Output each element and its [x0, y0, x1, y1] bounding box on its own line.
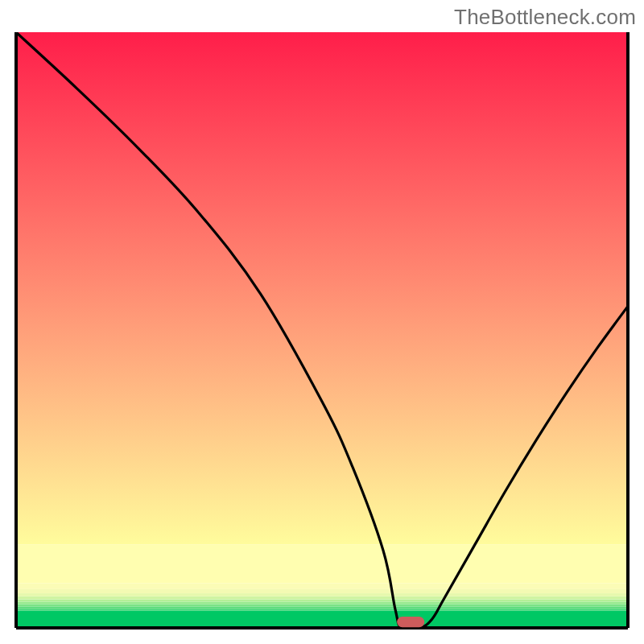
chart-background	[16, 32, 628, 628]
svg-rect-7	[16, 597, 628, 600]
svg-rect-9	[16, 589, 628, 593]
svg-rect-3	[16, 606, 628, 609]
svg-rect-8	[16, 593, 628, 597]
bottleneck-marker	[397, 617, 424, 627]
svg-rect-10	[16, 584, 628, 589]
svg-rect-12	[16, 32, 628, 544]
bottleneck-chart: TheBottleneck.com	[0, 0, 644, 644]
chart-svg	[0, 0, 644, 644]
svg-rect-1	[16, 611, 628, 628]
svg-rect-11	[16, 544, 628, 583]
svg-rect-2	[16, 609, 628, 610]
svg-rect-6	[16, 599, 628, 601]
svg-rect-4	[16, 604, 628, 606]
svg-rect-5	[16, 601, 628, 604]
